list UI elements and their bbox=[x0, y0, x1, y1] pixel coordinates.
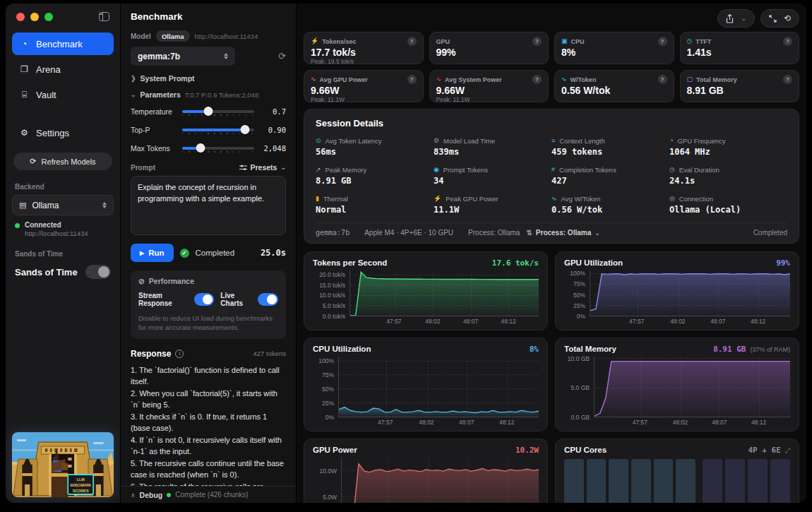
debug-status-text: Complete (426 chunks) bbox=[175, 491, 248, 499]
close-window-button[interactable] bbox=[16, 13, 25, 21]
sands-section-label: Sands of Time bbox=[15, 250, 111, 258]
bolt-icon: ⚡ bbox=[311, 38, 318, 44]
connection-state: Connected bbox=[25, 221, 88, 229]
sidebar-item-label: Arena bbox=[36, 64, 61, 75]
live-charts-toggle[interactable] bbox=[258, 293, 278, 306]
core-bar bbox=[631, 459, 651, 503]
sidebar-item-arena[interactable]: ❐ Arena bbox=[12, 58, 114, 81]
info-icon[interactable]: i bbox=[175, 350, 184, 358]
window-controls bbox=[12, 12, 114, 21]
expand-icon[interactable]: ⤢ bbox=[785, 447, 790, 455]
sidebar-item-label: Vault bbox=[36, 90, 56, 100]
metric-icon: ⊙ bbox=[316, 138, 321, 144]
stream-response-toggle[interactable] bbox=[194, 293, 215, 306]
share-button[interactable]: ⌄ bbox=[717, 9, 755, 28]
updown-icon: ⇅ bbox=[526, 229, 532, 237]
help-icon[interactable]: ? bbox=[532, 75, 542, 84]
sands-of-time-toggle[interactable] bbox=[85, 265, 111, 279]
debug-bar[interactable]: ∧ Debug Complete (426 chunks) bbox=[121, 486, 296, 503]
presets-dropdown[interactable]: Presets ⌄ bbox=[239, 163, 287, 172]
expand-icon[interactable] bbox=[769, 15, 777, 23]
max-tokens-label: Max Tokens bbox=[131, 144, 176, 153]
help-icon[interactable]: ? bbox=[407, 37, 417, 46]
charts-grid: Tokens per Second 17.6 tok/s 20.0 tok/s1… bbox=[304, 251, 799, 503]
core-bar bbox=[564, 459, 584, 503]
top-p-slider[interactable] bbox=[182, 125, 254, 134]
core-bar bbox=[770, 459, 790, 503]
core-bar bbox=[725, 459, 745, 503]
chart-cpu-utilization: CPU Utilization 8% 100%75%50%25%0% 47:57… bbox=[304, 338, 548, 431]
sidebar-item-benchmark[interactable]: ◔ Benchmark bbox=[12, 32, 114, 55]
backend-url: http://localhost:11434 bbox=[195, 32, 258, 40]
sidebar-toggle-icon[interactable] bbox=[99, 12, 109, 21]
chevron-updown-icon bbox=[102, 200, 107, 210]
stat-card-gpu: GPU? 99% bbox=[429, 32, 549, 64]
metric-icon: # bbox=[551, 167, 555, 173]
parameters-collapse[interactable]: ⌄ Parameters T:0.7 P:0.9 Tokens:2,048 bbox=[131, 90, 286, 99]
stat-card-total-memory: ▢Total Memory? 8.91 GB bbox=[680, 70, 800, 102]
sidebar-item-vault[interactable]: ⌸ Vault bbox=[12, 83, 114, 106]
session-item: ≡Context Length459 tokens bbox=[551, 137, 669, 157]
help-icon[interactable]: ? bbox=[658, 75, 667, 84]
run-button[interactable]: ▶ Run bbox=[131, 244, 174, 262]
refresh-models-button[interactable]: ⟳ Refresh Models bbox=[13, 153, 112, 170]
model-select[interactable]: gemma:7b bbox=[131, 47, 235, 66]
prompt-input[interactable]: Explain the concept of recursion in prog… bbox=[131, 176, 286, 235]
chevron-up-icon: ∧ bbox=[131, 492, 136, 499]
backend-select[interactable]: ▤ Ollama bbox=[12, 195, 114, 215]
footer-model-name: gemma:7b bbox=[316, 229, 350, 237]
completed-check-icon: ✓ bbox=[180, 249, 189, 258]
reload-models-icon[interactable]: ⟳ bbox=[278, 51, 286, 61]
help-icon[interactable]: ? bbox=[407, 75, 417, 84]
sidebar-item-settings[interactable]: ⚙ Settings bbox=[12, 121, 114, 144]
session-item: ↗Peak Memory8.91 GB bbox=[316, 166, 434, 186]
max-tokens-value: 2,048 bbox=[261, 144, 286, 153]
metric-icon: ≡ bbox=[551, 138, 555, 144]
help-icon[interactable]: ? bbox=[783, 75, 792, 84]
temperature-slider[interactable] bbox=[182, 107, 254, 116]
backend-badge[interactable]: Ollama bbox=[156, 30, 190, 42]
benchmark-config-panel: Benchmark Model Ollama http://localhost:… bbox=[120, 4, 297, 503]
chevron-down-icon: ⌄ bbox=[741, 15, 746, 22]
chevron-down-icon: ⌄ bbox=[131, 91, 136, 98]
system-prompt-collapse[interactable]: ❯ System Prompt bbox=[131, 74, 286, 83]
sidebar-item-label: Benchmark bbox=[36, 39, 83, 49]
sidebar: ◔ Benchmark ❐ Arena ⌸ Vault ⚙ Settings ⟳… bbox=[6, 4, 120, 503]
help-icon[interactable]: ? bbox=[658, 37, 667, 46]
stat-card-avg-system-power: ∿Avg System Power? 9.66W Peak: 11.1W bbox=[429, 70, 549, 102]
stat-cards: ⚡Tokens/sec? 17.7 tok/s Peak: 19.5 tok/s… bbox=[304, 32, 799, 102]
help-icon[interactable]: ? bbox=[532, 37, 542, 46]
minimize-window-button[interactable] bbox=[30, 13, 39, 21]
app-window: ◔ Benchmark ❐ Arena ⌸ Vault ⚙ Settings ⟳… bbox=[6, 4, 806, 503]
dot-separator: · bbox=[356, 230, 358, 237]
refresh-icon: ⟳ bbox=[30, 157, 36, 166]
session-details-panel: Session Details ⊙Avg Token Latency56ms⚙M… bbox=[304, 109, 799, 244]
metric-icon: ◷ bbox=[669, 167, 675, 173]
archive-box-icon: ⌸ bbox=[19, 90, 30, 100]
view-controls: ⟲ bbox=[760, 9, 799, 28]
pulse-icon: ∿ bbox=[311, 76, 316, 83]
stat-card-ttft: ◷TTFT? 1.41s bbox=[680, 32, 800, 64]
stream-response-label: Stream Response bbox=[138, 292, 189, 307]
gauge-icon: ◔ bbox=[19, 39, 30, 49]
top-p-label: Top-P bbox=[131, 126, 176, 134]
session-item: ∿Avg W/Token0.56 W/tok bbox=[551, 195, 669, 215]
chart-gpu-power: GPU Power 10.2W 10.0W5.0W0.0W 47:5748:02… bbox=[304, 439, 548, 503]
history-icon[interactable]: ⟲ bbox=[784, 13, 791, 23]
memory-icon: ▢ bbox=[687, 76, 693, 83]
help-icon[interactable]: ? bbox=[783, 37, 792, 46]
zoom-window-button[interactable] bbox=[44, 13, 53, 21]
stat-card-avg-gpu-power: ∿Avg GPU Power? 9.66W Peak: 11.1W bbox=[304, 70, 424, 102]
wave-icon: ∿ bbox=[561, 76, 567, 83]
core-bar bbox=[703, 459, 722, 503]
run-status: Completed bbox=[196, 249, 235, 257]
chevron-right-icon: ❯ bbox=[131, 75, 136, 82]
max-tokens-slider[interactable] bbox=[182, 143, 254, 153]
process-select[interactable]: ⇅ Process: Ollama ⌄ bbox=[526, 229, 599, 237]
metric-icon: ◎ bbox=[669, 196, 675, 202]
sands-of-time-label: Sands of Time bbox=[15, 267, 78, 278]
cpu-cores-bars bbox=[564, 458, 790, 503]
session-item: ◎ConnectionOllama (Local) bbox=[669, 195, 787, 215]
temperature-label: Temperature bbox=[131, 107, 176, 116]
core-bar bbox=[587, 459, 607, 503]
